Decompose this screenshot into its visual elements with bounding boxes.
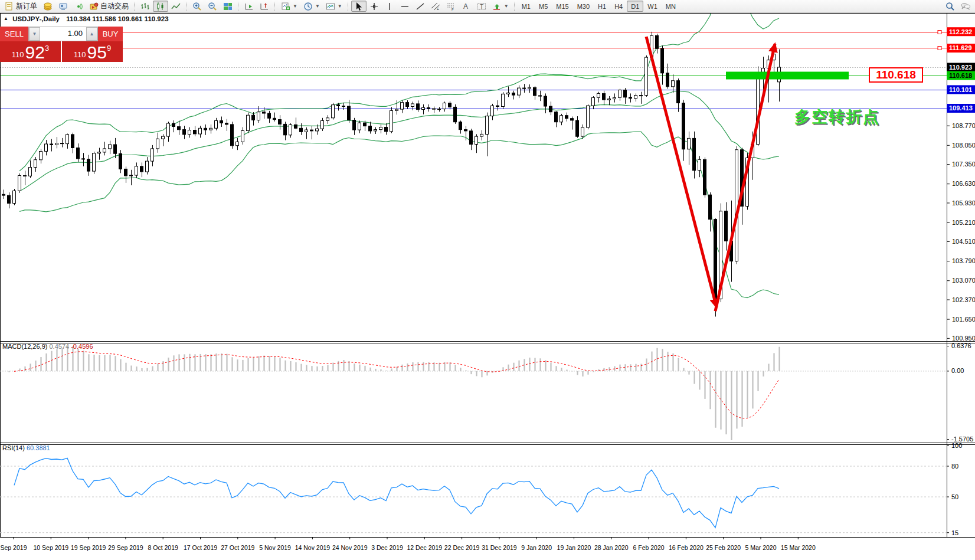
sell-button[interactable]: SELL bbox=[0, 27, 28, 41]
candlestick-chart-button[interactable] bbox=[153, 1, 168, 12]
volume-increase-button[interactable]: ▲ bbox=[86, 27, 97, 41]
zoom-in-button[interactable] bbox=[189, 1, 205, 12]
indicator-template-icon bbox=[326, 2, 335, 11]
symbol-collapse-icon[interactable]: ▲ bbox=[4, 16, 8, 21]
buy-price[interactable]: 110 95 9 bbox=[62, 41, 123, 62]
search-button[interactable] bbox=[943, 1, 958, 12]
one-click-trading-panel: SELL ▼ 1.00 ▲ BUY 110 92 3 110 95 9 bbox=[0, 27, 123, 62]
date-axis[interactable]: Sep 201910 Sep 201919 Sep 201929 Sep 201… bbox=[1, 537, 816, 551]
timeframe-h4[interactable]: H4 bbox=[610, 1, 627, 12]
arrows-tool-button[interactable]: ▼ bbox=[489, 1, 512, 12]
channel-tool-button[interactable]: E bbox=[428, 1, 443, 12]
price-tick-label: 104.510 bbox=[952, 238, 975, 245]
timeframe-m15[interactable]: M15 bbox=[552, 1, 572, 12]
vertical-line-tool-button[interactable] bbox=[382, 1, 397, 12]
new-chart-button[interactable]: ▼ bbox=[278, 1, 300, 12]
text-icon: A bbox=[462, 2, 471, 11]
svg-text:0.00: 0.00 bbox=[951, 367, 964, 374]
timeframe-m5[interactable]: M5 bbox=[535, 1, 552, 12]
line-handle[interactable] bbox=[938, 31, 941, 34]
price-tick-label: 106.630 bbox=[952, 180, 975, 187]
horizontal-line-tool-button[interactable] bbox=[397, 1, 413, 12]
date-tick-label: 3 Dec 2019 bbox=[371, 544, 403, 551]
text-tool-button[interactable]: A bbox=[459, 1, 474, 12]
date-tick-label: 14 Nov 2019 bbox=[295, 544, 331, 551]
price-chart[interactable]: 108.770108.050107.350106.630105.930105.2… bbox=[0, 0, 975, 560]
crosshair-tool-button[interactable] bbox=[367, 1, 382, 12]
timeframe-mn[interactable]: MN bbox=[662, 1, 680, 12]
chart-shift-button[interactable] bbox=[257, 1, 272, 12]
svg-text:A: A bbox=[463, 2, 468, 11]
price-tick-label: 101.650 bbox=[952, 316, 975, 323]
trendline-tool-button[interactable] bbox=[413, 1, 428, 12]
price-axis[interactable]: 108.770108.050107.350106.630105.930105.2… bbox=[947, 27, 975, 342]
community-button[interactable] bbox=[55, 1, 71, 12]
templates-button[interactable]: ▼ bbox=[323, 1, 345, 12]
toolbar-separator bbox=[238, 2, 239, 11]
bar-chart-button[interactable] bbox=[138, 1, 153, 12]
date-tick-label: 10 Sep 2019 bbox=[34, 544, 69, 551]
bollinger-upper-band bbox=[19, 0, 779, 171]
date-tick-label: 24 Nov 2019 bbox=[332, 544, 368, 551]
timeframe-d1[interactable]: D1 bbox=[627, 1, 643, 12]
new-order-button[interactable]: 新订单 bbox=[2, 1, 40, 12]
horizontal-levels bbox=[0, 31, 947, 109]
price-tick-label: 102.370 bbox=[952, 296, 975, 303]
timeframe-m1[interactable]: M1 bbox=[518, 1, 535, 12]
timeframe-m30[interactable]: M30 bbox=[573, 1, 594, 12]
macd-histogram bbox=[4, 346, 780, 440]
fibonacci-tool-button[interactable]: F bbox=[443, 1, 459, 12]
line-chart-icon bbox=[171, 2, 181, 11]
date-tick-label: 19 Sep 2019 bbox=[71, 544, 106, 551]
zoom-out-button[interactable] bbox=[205, 1, 220, 12]
support-zone[interactable] bbox=[726, 72, 849, 80]
svg-text:-1.5705: -1.5705 bbox=[951, 435, 973, 443]
chat-bubbles-icon bbox=[961, 2, 970, 11]
chart-shift-icon bbox=[260, 2, 269, 11]
line-handle[interactable] bbox=[938, 47, 941, 50]
auto-trading-button[interactable]: 自动交易 bbox=[86, 1, 132, 12]
arrows-shapes-icon bbox=[492, 2, 502, 11]
periods-button[interactable]: ▼ bbox=[300, 1, 323, 12]
svg-text:T: T bbox=[480, 4, 483, 10]
volume-value[interactable]: 1.00 bbox=[40, 27, 86, 41]
sell-price-base: 110 bbox=[12, 50, 24, 59]
line-chart-button[interactable] bbox=[168, 1, 184, 12]
sell-price-main: 92 bbox=[25, 43, 45, 61]
auto-scroll-button[interactable] bbox=[241, 1, 257, 12]
timeframe-toolbar: M1M5M15M30H1H4D1W1MN bbox=[518, 1, 680, 12]
price-tick-label: 100.950 bbox=[952, 335, 975, 342]
chart-title: ▲ USDJPY-,Daily 110.384 111.586 109.661 … bbox=[4, 15, 169, 22]
date-tick-label: 15 Mar 2020 bbox=[781, 544, 816, 551]
text-label-tool-button[interactable]: T bbox=[474, 1, 489, 12]
toolbar-separator bbox=[514, 2, 515, 11]
date-tick-label: 16 Feb 2020 bbox=[669, 544, 704, 551]
clock-icon bbox=[303, 2, 313, 11]
timeframe-w1[interactable]: W1 bbox=[643, 1, 662, 12]
level-price-callout[interactable]: 110.618 bbox=[869, 67, 923, 83]
zoom-out-icon bbox=[208, 2, 217, 11]
deposit-button[interactable] bbox=[40, 1, 55, 12]
sell-price-pip: 3 bbox=[45, 44, 49, 53]
price-tick-label: 105.210 bbox=[952, 219, 975, 226]
timeframe-h1[interactable]: H1 bbox=[594, 1, 610, 12]
date-tick-label: 5 Mar 2020 bbox=[745, 544, 776, 551]
toolbar-separator bbox=[348, 2, 349, 11]
sell-price[interactable]: 110 92 3 bbox=[0, 41, 61, 62]
buy-button[interactable]: BUY bbox=[98, 27, 123, 41]
tile-windows-button[interactable] bbox=[220, 1, 235, 12]
search-icon bbox=[945, 2, 955, 11]
volume-decrease-button[interactable]: ▼ bbox=[29, 27, 40, 41]
date-tick-label: 22 Dec 2019 bbox=[444, 544, 480, 551]
svg-text:109.413: 109.413 bbox=[949, 104, 973, 112]
date-tick-label: 5 Nov 2019 bbox=[259, 544, 291, 551]
panel-borders bbox=[0, 13, 975, 538]
svg-text:111.629: 111.629 bbox=[949, 44, 972, 51]
equidistant-channel-icon: E bbox=[431, 2, 440, 11]
chat-button[interactable] bbox=[958, 1, 973, 12]
svg-text:0.6376: 0.6376 bbox=[951, 342, 971, 349]
cursor-tool-button[interactable] bbox=[351, 1, 367, 12]
rsi-indicator-label: RSI(14) 60.3881 bbox=[2, 444, 50, 451]
signals-button[interactable] bbox=[71, 1, 86, 12]
svg-text:15: 15 bbox=[951, 529, 958, 536]
